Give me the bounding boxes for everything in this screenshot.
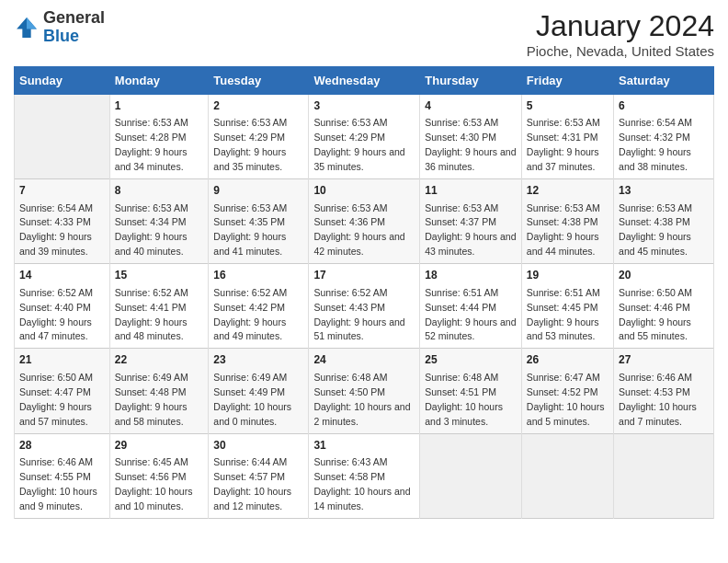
day-info: Sunrise: 6:53 AMSunset: 4:34 PMDaylight:…	[115, 202, 188, 258]
day-info: Sunrise: 6:52 AMSunset: 4:41 PMDaylight:…	[115, 287, 188, 342]
col-header-monday: Monday	[109, 67, 209, 95]
day-cell: 7Sunrise: 6:54 AMSunset: 4:33 PMDaylight…	[15, 179, 110, 264]
day-cell: 14Sunrise: 6:52 AMSunset: 4:40 PMDayligh…	[15, 264, 110, 349]
day-cell: 17Sunrise: 6:52 AMSunset: 4:43 PMDayligh…	[309, 264, 420, 349]
col-header-saturday: Saturday	[614, 67, 714, 95]
day-cell: 10Sunrise: 6:53 AMSunset: 4:36 PMDayligh…	[309, 179, 420, 264]
day-info: Sunrise: 6:47 AMSunset: 4:52 PMDaylight:…	[527, 372, 605, 427]
day-info: Sunrise: 6:52 AMSunset: 4:43 PMDaylight:…	[313, 287, 404, 342]
day-number: 17	[313, 268, 415, 283]
day-number: 18	[425, 268, 517, 283]
col-header-sunday: Sunday	[15, 67, 110, 95]
day-number: 27	[619, 352, 709, 368]
day-cell: 12Sunrise: 6:53 AMSunset: 4:38 PMDayligh…	[521, 179, 613, 264]
day-info: Sunrise: 6:53 AMSunset: 4:38 PMDaylight:…	[527, 202, 600, 258]
day-info: Sunrise: 6:54 AMSunset: 4:33 PMDaylight:…	[19, 202, 93, 258]
day-cell: 9Sunrise: 6:53 AMSunset: 4:35 PMDaylight…	[209, 179, 309, 264]
day-cell: 20Sunrise: 6:50 AMSunset: 4:46 PMDayligh…	[614, 264, 714, 349]
day-cell: 21Sunrise: 6:50 AMSunset: 4:47 PMDayligh…	[15, 349, 110, 433]
title-block: January 2024 Pioche, Nevada, United Stat…	[527, 9, 714, 59]
day-cell: 30Sunrise: 6:44 AMSunset: 4:57 PMDayligh…	[209, 433, 309, 518]
day-info: Sunrise: 6:53 AMSunset: 4:35 PMDaylight:…	[213, 202, 287, 258]
day-cell: 25Sunrise: 6:48 AMSunset: 4:51 PMDayligh…	[420, 349, 522, 433]
day-number: 9	[213, 183, 303, 199]
day-info: Sunrise: 6:49 AMSunset: 4:48 PMDaylight:…	[115, 372, 188, 427]
day-cell: 19Sunrise: 6:51 AMSunset: 4:45 PMDayligh…	[521, 264, 613, 349]
week-row-4: 21Sunrise: 6:50 AMSunset: 4:47 PMDayligh…	[15, 349, 714, 433]
day-info: Sunrise: 6:51 AMSunset: 4:44 PMDaylight:…	[425, 287, 516, 342]
day-info: Sunrise: 6:52 AMSunset: 4:40 PMDaylight:…	[19, 287, 93, 342]
day-cell: 29Sunrise: 6:45 AMSunset: 4:56 PMDayligh…	[109, 433, 209, 518]
page-subtitle: Pioche, Nevada, United States	[527, 43, 714, 59]
day-info: Sunrise: 6:53 AMSunset: 4:38 PMDaylight:…	[619, 202, 692, 258]
day-cell: 5Sunrise: 6:53 AMSunset: 4:31 PMDaylight…	[521, 95, 613, 179]
day-number: 25	[425, 352, 517, 368]
logo-blue-text: Blue	[43, 27, 79, 45]
day-number: 3	[313, 98, 415, 114]
day-number: 21	[19, 352, 105, 368]
day-number: 28	[19, 438, 105, 454]
day-info: Sunrise: 6:46 AMSunset: 4:55 PMDaylight:…	[19, 456, 97, 511]
day-info: Sunrise: 6:46 AMSunset: 4:53 PMDaylight:…	[619, 372, 697, 427]
page-header: General Blue January 2024 Pioche, Nevada…	[14, 9, 714, 59]
day-number: 8	[115, 183, 204, 199]
day-info: Sunrise: 6:43 AMSunset: 4:58 PMDaylight:…	[313, 456, 410, 511]
day-number: 16	[213, 268, 303, 283]
header-row: SundayMondayTuesdayWednesdayThursdayFrid…	[15, 67, 714, 95]
calendar-table: SundayMondayTuesdayWednesdayThursdayFrid…	[14, 66, 714, 519]
day-number: 20	[619, 268, 709, 283]
day-number: 12	[527, 183, 609, 199]
day-info: Sunrise: 6:50 AMSunset: 4:47 PMDaylight:…	[19, 372, 93, 427]
col-header-tuesday: Tuesday	[209, 67, 309, 95]
day-info: Sunrise: 6:48 AMSunset: 4:50 PMDaylight:…	[313, 372, 410, 427]
day-cell: 27Sunrise: 6:46 AMSunset: 4:53 PMDayligh…	[614, 349, 714, 433]
logo-general-text: General	[43, 8, 105, 27]
day-number: 5	[527, 98, 609, 114]
day-info: Sunrise: 6:53 AMSunset: 4:30 PMDaylight:…	[425, 117, 516, 172]
week-row-1: 1Sunrise: 6:53 AMSunset: 4:28 PMDaylight…	[15, 95, 714, 179]
day-cell	[614, 433, 714, 518]
day-info: Sunrise: 6:53 AMSunset: 4:37 PMDaylight:…	[425, 202, 516, 258]
day-info: Sunrise: 6:53 AMSunset: 4:29 PMDaylight:…	[213, 117, 287, 172]
day-info: Sunrise: 6:53 AMSunset: 4:31 PMDaylight:…	[527, 117, 600, 172]
day-cell: 2Sunrise: 6:53 AMSunset: 4:29 PMDaylight…	[209, 95, 309, 179]
page-title: January 2024	[527, 9, 714, 43]
day-cell: 18Sunrise: 6:51 AMSunset: 4:44 PMDayligh…	[420, 264, 522, 349]
day-info: Sunrise: 6:48 AMSunset: 4:51 PMDaylight:…	[425, 372, 503, 427]
day-info: Sunrise: 6:44 AMSunset: 4:57 PMDaylight:…	[213, 456, 291, 511]
day-cell: 31Sunrise: 6:43 AMSunset: 4:58 PMDayligh…	[309, 433, 420, 518]
day-info: Sunrise: 6:53 AMSunset: 4:29 PMDaylight:…	[313, 117, 404, 172]
day-cell	[420, 433, 522, 518]
day-cell: 16Sunrise: 6:52 AMSunset: 4:42 PMDayligh…	[209, 264, 309, 349]
day-cell: 3Sunrise: 6:53 AMSunset: 4:29 PMDaylight…	[309, 95, 420, 179]
week-row-5: 28Sunrise: 6:46 AMSunset: 4:55 PMDayligh…	[15, 433, 714, 518]
day-info: Sunrise: 6:53 AMSunset: 4:36 PMDaylight:…	[313, 202, 404, 258]
day-number: 4	[425, 98, 517, 114]
day-number: 11	[425, 183, 517, 199]
col-header-thursday: Thursday	[420, 67, 522, 95]
day-number: 14	[19, 268, 105, 283]
day-info: Sunrise: 6:53 AMSunset: 4:28 PMDaylight:…	[115, 117, 188, 172]
day-cell	[521, 433, 613, 518]
day-cell: 13Sunrise: 6:53 AMSunset: 4:38 PMDayligh…	[614, 179, 714, 264]
day-info: Sunrise: 6:45 AMSunset: 4:56 PMDaylight:…	[115, 456, 193, 511]
day-number: 1	[115, 98, 204, 114]
day-info: Sunrise: 6:50 AMSunset: 4:46 PMDaylight:…	[619, 287, 692, 342]
day-info: Sunrise: 6:49 AMSunset: 4:49 PMDaylight:…	[213, 372, 291, 427]
svg-marker-1	[27, 17, 37, 29]
day-number: 2	[213, 98, 303, 114]
day-info: Sunrise: 6:54 AMSunset: 4:32 PMDaylight:…	[619, 117, 692, 172]
day-cell: 4Sunrise: 6:53 AMSunset: 4:30 PMDaylight…	[420, 95, 522, 179]
week-row-2: 7Sunrise: 6:54 AMSunset: 4:33 PMDaylight…	[15, 179, 714, 264]
day-number: 10	[313, 183, 415, 199]
week-row-3: 14Sunrise: 6:52 AMSunset: 4:40 PMDayligh…	[15, 264, 714, 349]
day-number: 13	[619, 183, 709, 199]
day-cell: 24Sunrise: 6:48 AMSunset: 4:50 PMDayligh…	[309, 349, 420, 433]
day-cell: 22Sunrise: 6:49 AMSunset: 4:48 PMDayligh…	[109, 349, 209, 433]
day-cell: 15Sunrise: 6:52 AMSunset: 4:41 PMDayligh…	[109, 264, 209, 349]
day-cell: 23Sunrise: 6:49 AMSunset: 4:49 PMDayligh…	[209, 349, 309, 433]
day-number: 29	[115, 438, 204, 454]
day-cell: 6Sunrise: 6:54 AMSunset: 4:32 PMDaylight…	[614, 95, 714, 179]
day-cell: 1Sunrise: 6:53 AMSunset: 4:28 PMDaylight…	[109, 95, 209, 179]
day-number: 7	[19, 183, 105, 199]
